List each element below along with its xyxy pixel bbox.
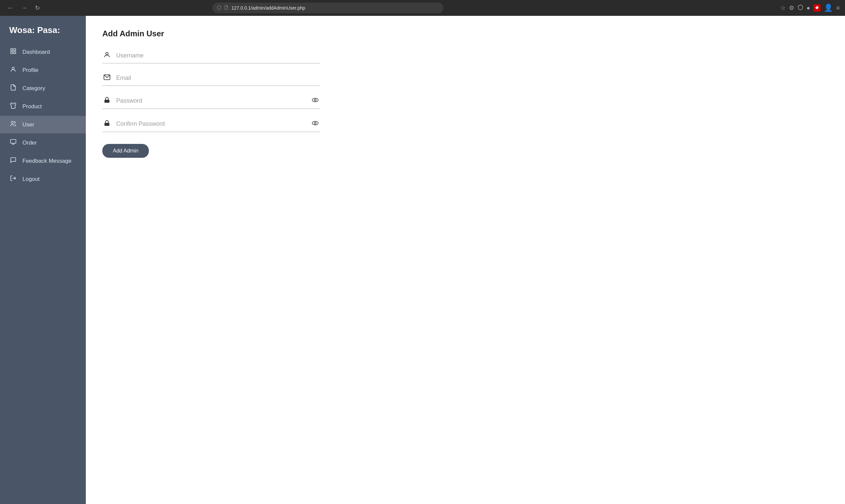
svg-rect-14 [105, 123, 110, 126]
svg-point-9 [106, 53, 108, 55]
sidebar-label-logout: Logout [22, 176, 40, 182]
confirm-password-toggle-icon[interactable] [310, 118, 320, 130]
profile-icon[interactable]: ● [807, 5, 810, 12]
password-field-container [102, 95, 320, 109]
product-icon [9, 102, 17, 111]
menu-icon[interactable]: ≡ [836, 5, 840, 12]
svg-point-5 [12, 67, 15, 69]
email-icon [102, 74, 111, 83]
order-icon [9, 139, 17, 147]
main-content: Add Admin User [86, 16, 845, 504]
browser-bar: ← → ↻ 127.0.0.1/admin/addAdminUser.php ☆… [0, 0, 845, 16]
svg-point-16 [314, 122, 316, 124]
sidebar-item-product[interactable]: Product [0, 98, 86, 115]
sidebar-title: Wosa: Pasa: [0, 16, 86, 43]
dashboard-icon [9, 48, 17, 56]
sidebar-label-product: Product [22, 103, 42, 110]
email-field-container [102, 73, 320, 86]
svg-rect-2 [14, 49, 16, 51]
password-toggle-icon[interactable] [310, 95, 320, 107]
sidebar-label-order: Order [22, 140, 37, 146]
sidebar-item-dashboard[interactable]: Dashboard [0, 43, 86, 61]
add-admin-button[interactable]: Add Admin [102, 144, 149, 158]
svg-point-13 [314, 99, 316, 101]
sidebar-item-category[interactable]: Category [0, 79, 86, 97]
bookmark-icon[interactable]: ☆ [780, 4, 786, 12]
shield-browser-icon[interactable] [797, 4, 804, 12]
category-icon [9, 84, 17, 92]
svg-rect-0 [225, 6, 228, 10]
back-button[interactable]: ← [5, 3, 15, 13]
reload-button[interactable]: ↻ [33, 3, 42, 13]
svg-rect-4 [14, 52, 16, 54]
sidebar-item-user[interactable]: User [0, 116, 86, 133]
sidebar-label-feedback: Feedback Message [22, 158, 71, 164]
svg-rect-3 [11, 52, 13, 54]
sidebar-item-profile[interactable]: Profile [0, 61, 86, 79]
feedback-icon [9, 157, 17, 165]
page-title: Add Admin User [102, 29, 828, 38]
avatar-icon[interactable]: 👤 [824, 4, 833, 12]
svg-rect-11 [105, 100, 110, 103]
wrench-icon[interactable]: ⚙ [789, 4, 794, 12]
password-input[interactable] [116, 95, 306, 106]
svg-rect-1 [11, 49, 13, 51]
security-icon [217, 5, 221, 11]
sidebar-label-category: Category [22, 85, 45, 92]
confirm-password-input[interactable] [116, 119, 306, 129]
sidebar-label-profile: Profile [22, 67, 38, 74]
sidebar-item-logout[interactable]: Logout [0, 170, 86, 188]
forward-button[interactable]: → [19, 3, 29, 13]
sidebar-nav: Dashboard Profile Category Product [0, 43, 86, 194]
sidebar-label-user: User [22, 122, 34, 128]
address-bar: 127.0.0.1/admin/addAdminUser.php [212, 3, 443, 13]
svg-rect-7 [11, 140, 16, 144]
profile-nav-icon [9, 66, 17, 74]
sidebar-item-feedback[interactable]: Feedback Message [0, 152, 86, 170]
username-icon [102, 51, 111, 60]
extension-icon[interactable] [813, 4, 821, 12]
url-text[interactable]: 127.0.0.1/admin/addAdminUser.php [231, 5, 439, 11]
add-admin-form: Add Admin [102, 50, 320, 158]
svg-point-15 [312, 122, 318, 125]
logout-icon [9, 175, 17, 183]
confirm-password-lock-icon [102, 120, 111, 128]
browser-actions: ☆ ⚙ ● 👤 ≡ [780, 4, 840, 12]
username-input[interactable] [116, 50, 320, 61]
page-icon [224, 5, 229, 11]
username-field-container [102, 50, 320, 64]
email-input[interactable] [116, 73, 320, 84]
svg-point-6 [11, 122, 14, 124]
user-icon [9, 121, 17, 129]
svg-point-12 [312, 98, 318, 102]
sidebar-label-dashboard: Dashboard [22, 49, 50, 55]
app-container: Wosa: Pasa: Dashboard Profile Category [0, 16, 845, 504]
confirm-password-field-container [102, 118, 320, 132]
password-lock-icon [102, 96, 111, 105]
sidebar-item-order[interactable]: Order [0, 134, 86, 151]
sidebar: Wosa: Pasa: Dashboard Profile Category [0, 16, 86, 504]
